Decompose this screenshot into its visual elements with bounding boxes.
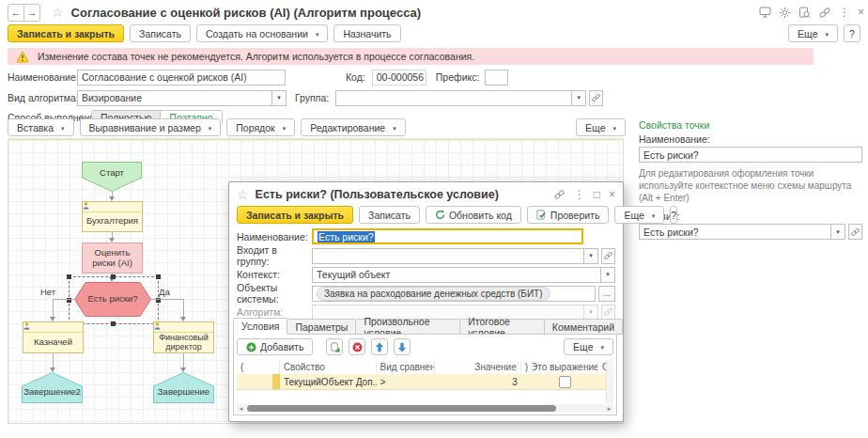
dialog-group-field[interactable] bbox=[312, 248, 584, 264]
close-icon[interactable]: × bbox=[858, 7, 864, 18]
branch-no-label: Нет bbox=[40, 287, 55, 297]
favorite-star-icon[interactable]: ☆ bbox=[52, 5, 64, 20]
cell-property[interactable]: ТекущийОбъект Доп... bbox=[280, 374, 377, 389]
search-document-icon[interactable] bbox=[798, 7, 811, 19]
dialog-context-select[interactable]: Текущий объект bbox=[312, 267, 601, 283]
dialog-favorite-star-icon[interactable]: ☆ bbox=[237, 187, 249, 202]
selection-handle[interactable] bbox=[67, 274, 71, 279]
dialog-more-button[interactable]: Еще bbox=[614, 206, 664, 224]
align-size-button[interactable]: Выравнивание и размер bbox=[80, 118, 222, 136]
selection-handle[interactable] bbox=[111, 274, 116, 279]
order-button[interactable]: Порядок bbox=[226, 118, 295, 136]
dialog-refresh-code-button[interactable]: Обновить код bbox=[426, 206, 521, 224]
connector bbox=[53, 353, 54, 368]
window-more-button[interactable]: Еще bbox=[788, 24, 838, 42]
scroll-left-icon[interactable]: ◂ bbox=[237, 405, 245, 413]
tab-final-condition[interactable]: Итоговое условие bbox=[460, 319, 545, 335]
col-comparison[interactable]: Вид сравнения bbox=[377, 360, 436, 374]
tab-comment[interactable]: Комментарий bbox=[545, 319, 623, 335]
dialog-group-link-icon[interactable] bbox=[601, 248, 615, 264]
dialog-save-close-button[interactable]: Записать и закрыть bbox=[237, 206, 353, 224]
copy-row-button[interactable] bbox=[326, 338, 343, 355]
dialog-row-context: Контекст: Текущий объект ▾ bbox=[237, 266, 615, 283]
assign-button[interactable]: Назначить bbox=[333, 24, 400, 42]
gear-icon[interactable] bbox=[779, 7, 791, 19]
code-field[interactable]: 00-000056 bbox=[372, 70, 426, 86]
condition-dropdown-caret-icon[interactable]: ▾ bbox=[831, 224, 845, 240]
dialog-title: Есть риски? (Пользовательское условие) bbox=[256, 188, 499, 201]
node-cfo[interactable]: Финансовый директор bbox=[153, 321, 214, 353]
group-field[interactable] bbox=[335, 90, 572, 106]
move-up-button[interactable] bbox=[371, 338, 388, 355]
dialog-check-button[interactable]: Проверить bbox=[527, 206, 610, 224]
warning-text: Изменение состава точек не рекомендуется… bbox=[38, 51, 474, 62]
cell-value[interactable]: 3 bbox=[435, 374, 520, 389]
prop-condition-field[interactable]: Есть риски? bbox=[639, 224, 831, 240]
monitor-icon[interactable] bbox=[759, 7, 771, 18]
col-is-expression[interactable]: Это выражение bbox=[533, 360, 598, 374]
group-open-link-icon[interactable] bbox=[589, 90, 603, 106]
dialog-save-button[interactable]: Записать bbox=[359, 206, 420, 224]
prefix-field[interactable] bbox=[485, 70, 508, 86]
kebab-menu-icon[interactable]: ⋮ bbox=[839, 7, 850, 18]
scroll-right-icon[interactable]: ▸ bbox=[605, 405, 613, 413]
connector bbox=[53, 299, 74, 300]
delete-row-button[interactable] bbox=[349, 338, 365, 355]
node-end2[interactable]: Завершение2 bbox=[22, 372, 83, 403]
connector bbox=[151, 299, 183, 300]
tab-parameters[interactable]: Параметры bbox=[287, 319, 356, 335]
node-end[interactable]: Завершение bbox=[153, 372, 214, 403]
scrollbar-thumb[interactable] bbox=[247, 405, 556, 412]
name-field[interactable]: Согласование с оценкой рисков (AI) bbox=[77, 70, 286, 86]
node-start[interactable]: Старт bbox=[82, 162, 142, 192]
dialog-kebab-menu-icon[interactable]: ⋮ bbox=[574, 189, 585, 200]
dialog-maximize-icon[interactable]: □ bbox=[594, 189, 600, 200]
selection-handle[interactable] bbox=[111, 321, 116, 326]
dialog-objects-field[interactable]: Заявка на расходование денежных средств … bbox=[312, 286, 596, 302]
add-row-button[interactable]: Добавить bbox=[237, 338, 313, 355]
group-dropdown-caret-icon[interactable]: ▾ bbox=[572, 90, 586, 106]
node-assess-risks[interactable]: Оценить риски (AI) bbox=[82, 242, 143, 274]
kind-dropdown-caret-icon[interactable]: ▾ bbox=[272, 90, 287, 106]
selection-handle[interactable] bbox=[156, 274, 161, 279]
insert-button[interactable]: Вставка bbox=[8, 118, 74, 136]
nav-forward-button[interactable]: → bbox=[23, 4, 40, 22]
tab-conditions[interactable]: Условия bbox=[233, 318, 287, 335]
move-down-button[interactable] bbox=[394, 338, 411, 355]
nav-back-button[interactable]: ← bbox=[8, 4, 24, 22]
help-button[interactable]: ? bbox=[844, 24, 860, 42]
is-expression-checkbox[interactable] bbox=[559, 376, 571, 388]
col-join[interactable]: Объединение с bbox=[598, 360, 606, 374]
dialog-close-icon[interactable]: × bbox=[609, 189, 615, 200]
vertical-scrollbar[interactable] bbox=[606, 360, 613, 403]
table-more-button[interactable]: Еще bbox=[564, 338, 613, 355]
save-button[interactable]: Записать bbox=[130, 24, 191, 42]
object-tag[interactable]: Заявка на расходование денежных средств … bbox=[317, 287, 550, 301]
col-property[interactable]: Свойство bbox=[280, 360, 377, 374]
table-row[interactable]: ТекущийОбъект Доп... > 3 bbox=[237, 374, 606, 390]
prop-name-field[interactable]: Есть риски? bbox=[639, 147, 862, 163]
node-treasurer[interactable]: Казначей bbox=[23, 321, 84, 353]
create-from-button[interactable]: Создать на основании bbox=[196, 24, 328, 42]
dialog-name-field[interactable]: Есть риски? bbox=[312, 228, 583, 244]
tab-custom-condition[interactable]: Произвольное условие bbox=[356, 319, 460, 335]
dialog-objects-ellipsis-button[interactable]: ... bbox=[598, 286, 615, 302]
col-close-paren[interactable]: ) bbox=[521, 360, 533, 374]
diagram-more-button[interactable]: Еще bbox=[576, 118, 626, 136]
cell-comparison[interactable]: > bbox=[377, 374, 436, 389]
link-icon[interactable] bbox=[818, 7, 831, 19]
horizontal-scrollbar[interactable]: ◂ ▸ bbox=[237, 404, 613, 413]
dialog-context-caret-icon[interactable]: ▾ bbox=[601, 267, 615, 283]
dialog-link-icon[interactable] bbox=[553, 189, 566, 200]
forward-icon: → bbox=[27, 7, 38, 18]
node-accounting[interactable]: Бухгалтерия bbox=[82, 201, 143, 232]
save-close-button[interactable]: Записать и закрыть bbox=[8, 24, 124, 42]
edit-button[interactable]: Редактирование bbox=[301, 118, 406, 136]
col-open-paren[interactable]: ( bbox=[237, 360, 280, 374]
kind-select[interactable]: Визирование bbox=[77, 90, 272, 106]
col-value[interactable]: Значение bbox=[435, 360, 520, 374]
dialog-group-caret-icon[interactable]: ▾ bbox=[584, 248, 598, 264]
node-condition[interactable]: Есть риски? bbox=[74, 282, 151, 317]
dialog-help-button[interactable]: ? bbox=[670, 206, 677, 224]
condition-open-link-icon[interactable] bbox=[848, 224, 862, 240]
